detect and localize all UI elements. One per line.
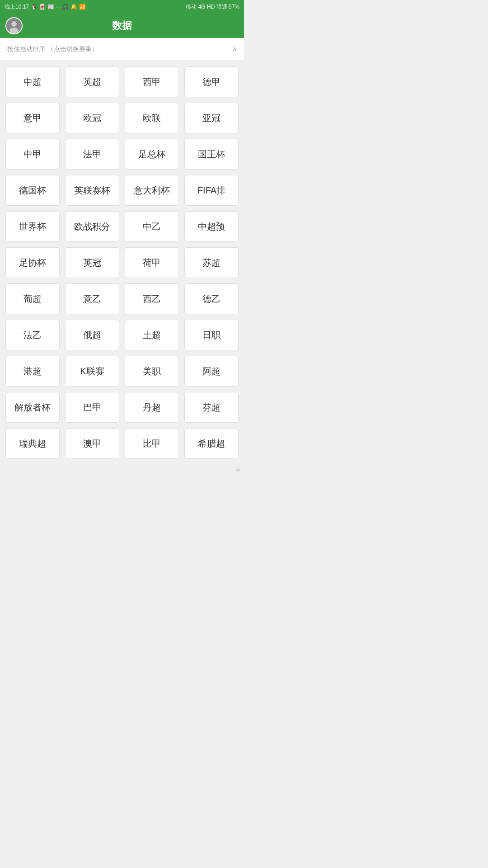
league-item-17[interactable]: 欧战积分 xyxy=(65,211,119,242)
status-bar: 晚上10:17 🐧 🀄 📰 ··· 🎧 🔔 📶 移动 4G HD 联通 57% xyxy=(0,0,244,14)
league-item-32[interactable]: 港超 xyxy=(5,356,60,387)
league-item-2[interactable]: 西甲 xyxy=(125,66,179,97)
league-item-26[interactable]: 西乙 xyxy=(125,283,179,314)
league-item-42[interactable]: 比甲 xyxy=(125,428,179,459)
sort-bar: 按住拖动排序 （点击切换赛事） ∧ xyxy=(0,38,244,60)
alarm-icon: 🔔 xyxy=(70,4,77,10)
league-item-37[interactable]: 巴甲 xyxy=(65,392,119,423)
league-item-4[interactable]: 意甲 xyxy=(5,103,60,133)
league-item-33[interactable]: K联赛 xyxy=(65,356,119,387)
status-right: 移动 4G HD 联通 57% xyxy=(186,3,239,11)
sort-bar-text: 按住拖动排序 （点击切换赛事） xyxy=(7,44,98,53)
league-item-12[interactable]: 德国杯 xyxy=(5,175,60,206)
league-item-0[interactable]: 中超 xyxy=(5,66,60,97)
league-item-41[interactable]: 澳甲 xyxy=(65,428,119,459)
league-item-16[interactable]: 世界杯 xyxy=(5,211,60,242)
page-title: 数据 xyxy=(112,19,132,33)
league-item-13[interactable]: 英联赛杯 xyxy=(65,175,119,206)
league-item-24[interactable]: 葡超 xyxy=(5,283,60,314)
league-item-29[interactable]: 俄超 xyxy=(65,320,119,350)
watermark: Ai xyxy=(0,465,244,474)
league-item-31[interactable]: 日职 xyxy=(184,320,239,350)
wifi-icon: 📶 xyxy=(79,4,86,10)
league-item-11[interactable]: 国王杯 xyxy=(184,139,239,170)
time-label: 晚上10:17 xyxy=(5,3,29,11)
league-item-3[interactable]: 德甲 xyxy=(184,66,239,97)
league-item-6[interactable]: 欧联 xyxy=(125,103,179,133)
league-item-22[interactable]: 荷甲 xyxy=(125,247,179,278)
league-item-38[interactable]: 丹超 xyxy=(125,392,179,423)
carrier-info: 移动 4G HD 联通 57% xyxy=(186,3,239,11)
league-item-28[interactable]: 法乙 xyxy=(5,320,60,350)
league-item-10[interactable]: 足总杯 xyxy=(125,139,179,170)
league-item-15[interactable]: FIFA排 xyxy=(184,175,239,206)
sort-sub-text: （点击切换赛事） xyxy=(47,45,98,52)
league-item-43[interactable]: 希腊超 xyxy=(184,428,239,459)
league-item-34[interactable]: 美职 xyxy=(125,356,179,387)
league-item-1[interactable]: 英超 xyxy=(65,66,119,97)
notification-icons: 🐧 🀄 📰 ··· xyxy=(31,4,60,10)
league-item-8[interactable]: 中甲 xyxy=(5,139,60,170)
league-item-27[interactable]: 德乙 xyxy=(184,283,239,314)
league-item-21[interactable]: 英冠 xyxy=(65,247,119,278)
status-time: 晚上10:17 🐧 🀄 📰 ··· 🎧 🔔 📶 xyxy=(5,3,86,11)
svg-point-1 xyxy=(11,21,17,27)
league-item-9[interactable]: 法甲 xyxy=(65,139,119,170)
league-item-5[interactable]: 欧冠 xyxy=(65,103,119,133)
app-header: 数据 xyxy=(0,14,244,38)
league-item-19[interactable]: 中超预 xyxy=(184,211,239,242)
headphone-icon: 🎧 xyxy=(62,4,69,10)
league-item-25[interactable]: 意乙 xyxy=(65,283,119,314)
league-item-20[interactable]: 足协杯 xyxy=(5,247,60,278)
league-item-7[interactable]: 亚冠 xyxy=(184,103,239,133)
league-grid: 中超英超西甲德甲意甲欧冠欧联亚冠中甲法甲足总杯国王杯德国杯英联赛杯意大利杯FIF… xyxy=(0,60,244,465)
avatar[interactable] xyxy=(5,17,23,34)
collapse-icon[interactable]: ∧ xyxy=(232,45,237,52)
league-item-14[interactable]: 意大利杯 xyxy=(125,175,179,206)
league-item-30[interactable]: 土超 xyxy=(125,320,179,350)
league-item-23[interactable]: 苏超 xyxy=(184,247,239,278)
league-item-40[interactable]: 瑞典超 xyxy=(5,428,60,459)
league-item-35[interactable]: 阿超 xyxy=(184,356,239,387)
league-item-36[interactable]: 解放者杯 xyxy=(5,392,60,423)
sort-main-text: 按住拖动排序 xyxy=(7,45,45,52)
league-item-18[interactable]: 中乙 xyxy=(125,211,179,242)
league-item-39[interactable]: 芬超 xyxy=(184,392,239,423)
